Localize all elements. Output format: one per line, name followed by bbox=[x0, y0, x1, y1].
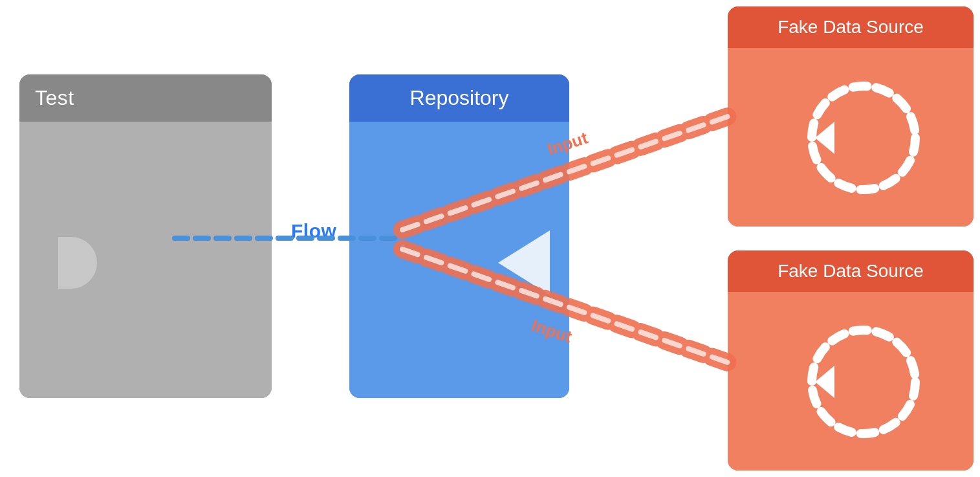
svg-marker-3 bbox=[815, 366, 834, 398]
test-block: Test bbox=[19, 74, 272, 398]
repository-block: Repository bbox=[349, 74, 569, 398]
svg-marker-1 bbox=[815, 122, 834, 154]
fake-body-top bbox=[728, 48, 974, 227]
fake-title-top: Fake Data Source bbox=[778, 17, 924, 37]
repository-header: Repository bbox=[349, 74, 569, 122]
d-connector bbox=[58, 237, 97, 289]
fake-data-source-top: Fake Data Source bbox=[728, 6, 974, 227]
repository-title: Repository bbox=[410, 86, 509, 109]
fake-icon-bottom bbox=[779, 311, 922, 453]
flow-label-text: Flow bbox=[291, 220, 336, 241]
fake-body-bottom bbox=[728, 292, 974, 471]
fake-data-source-bottom: Fake Data Source bbox=[728, 250, 974, 471]
fake-icon-top bbox=[779, 67, 922, 209]
fake-title-bottom: Fake Data Source bbox=[778, 261, 924, 281]
triangle-arrow bbox=[498, 230, 550, 295]
fake-header-bottom: Fake Data Source bbox=[728, 250, 974, 292]
test-header: Test bbox=[19, 74, 272, 122]
repository-body bbox=[349, 122, 569, 398]
canvas: Test Repository Fake Data Source bbox=[0, 0, 980, 477]
test-body bbox=[19, 122, 272, 398]
test-title: Test bbox=[35, 86, 74, 109]
fake-header-top: Fake Data Source bbox=[728, 6, 974, 48]
flow-label: Flow bbox=[291, 220, 336, 242]
